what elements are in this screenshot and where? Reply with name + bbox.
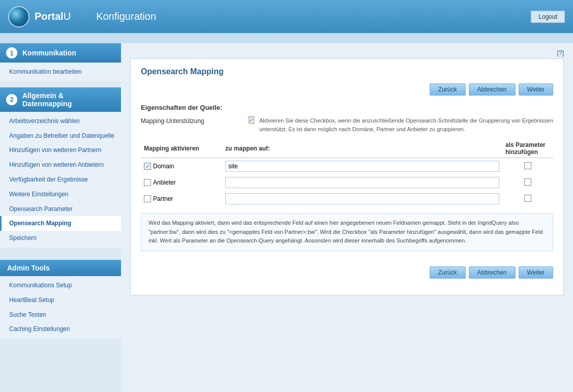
sidebar-section-admin-header: Admin Tools [0,260,121,276]
next-button-top[interactable]: Weiter [519,83,553,96]
mapping-support-label: Mapping-Unterstützung [141,116,243,125]
partner-label[interactable]: Partner [144,195,219,202]
sidebar-item-partner[interactable]: Hinzufügen von weiteren Partnern [0,143,121,158]
sidebar-item-opensearch-mapping[interactable]: Opensearch Mapping [0,216,121,231]
sidebar-section-admin-items: Kommunikations Setup HeartBeat Setup Suc… [0,276,121,339]
header: PortalU Konfiguration Logout [0,0,573,33]
domain-param-checkbox[interactable] [524,162,531,169]
main-content: [?] Opensearch Mapping Zurück Abbrechen … [121,43,573,392]
domain-label-text: Domain [153,163,174,170]
cancel-button-bottom[interactable]: Abbrechen [469,266,516,279]
sidebar-spacer-1 [0,81,121,87]
partner-mapto-input[interactable] [225,193,499,204]
content-title: Opensearch Mapping [141,67,553,76]
logo-area: PortalU Konfiguration [8,6,156,27]
sidebar-item-opensearch-parameter[interactable]: Opensearch Parameter [0,202,121,217]
sub-header-bar [0,33,573,43]
sidebar-section-2-label: Allgemein & Datenmapping [22,92,115,108]
domain-mapto-input[interactable] [225,161,499,172]
sidebar-item-kommunikations-setup[interactable]: Kommunikations Setup [0,278,121,293]
sidebar-item-speichern[interactable]: Speichern [0,231,121,246]
portal-logo-icon [8,6,29,27]
partner-activate-cell: Partner [141,191,222,207]
mapping-support-value: ✓ Aktivieren Sie diese Checkbox, wenn di… [249,116,553,133]
page-title: Konfiguration [96,11,156,22]
sidebar-item-angaben[interactable]: Angaben zu Betreiber und Datenquelle [0,129,121,143]
mapping-support-desc: Aktivieren Sie diese Checkbox, wenn die … [259,116,553,133]
table-row-partner: Partner [141,191,553,207]
mapping-description: Wird das Mapping aktiviert, dann wird da… [141,213,553,251]
partner-label-text: Partner [153,195,173,202]
sidebar-section-2-items: Arbeitsverzeichnis wählen Angaben zu Bet… [0,112,121,248]
content-box: Opensearch Mapping Zurück Abbrechen Weit… [130,58,564,295]
sidebar-item-arbeitsverzeichnis[interactable]: Arbeitsverzeichnis wählen [0,114,121,129]
anbieter-param-checkbox[interactable] [524,178,531,186]
anbieter-mapto-input[interactable] [225,177,499,188]
partner-param-cell [502,191,553,207]
table-row-domain: ✓ Domain [141,158,553,175]
anbieter-activate-cell: Anbieter [141,174,222,191]
sidebar-item-caching-einstellungen[interactable]: Caching Einstellungen [0,322,121,337]
next-button-bottom[interactable]: Weiter [519,266,553,279]
cancel-button-top[interactable]: Abbrechen [469,83,516,96]
partner-mapto-cell [222,191,502,207]
top-button-row: Zurück Abbrechen Weiter [141,83,553,96]
table-row-anbieter: Anbieter [141,174,553,191]
logout-button[interactable]: Logout [531,11,565,23]
sidebar-section-2-header: 2 Allgemein & Datenmapping [0,87,121,112]
anbieter-checkbox[interactable] [144,179,151,186]
col-header-param: als Parameter hinzufügen [502,139,553,158]
partner-param-checkbox[interactable] [524,195,531,202]
properties-section-title: Eigenschaften der Quelle: [141,104,553,111]
sidebar-item-suche-testen[interactable]: Suche Testen [0,308,121,322]
sidebar-item-verfuegbarkeit[interactable]: Verfügbarkeit der Ergebnisse [0,172,121,187]
col-header-mapto: zu mappen auf: [222,139,502,158]
domain-activate-cell: ✓ Domain [141,158,222,175]
anbieter-param-cell [502,174,553,191]
col-header-activate: Mapping aktivieren [141,139,222,158]
domain-param-cell [502,158,553,175]
sidebar-section-1-label: Kommunikation [22,49,76,57]
logo-text-u: U [64,11,71,22]
sidebar-item-weitere-einstellungen[interactable]: Weitere Einstellungen [0,187,121,202]
sidebar-section-1-items: Kommunikation bearbeiten [0,63,121,81]
bottom-button-row: Zurück Abbrechen Weiter [141,266,553,279]
domain-checkbox[interactable]: ✓ [144,163,151,170]
back-button-top[interactable]: Zurück [430,83,466,96]
sidebar-section-1-header: 1 Kommunikation [0,43,121,63]
sidebar-section-1: 1 Kommunikation Kommunikation bearbeiten [0,43,121,81]
main-layout: 1 Kommunikation Kommunikation bearbeiten… [0,43,573,392]
sidebar-section-admin: Admin Tools Kommunikations Setup HeartBe… [0,260,121,339]
mapping-support-row: Mapping-Unterstützung ✓ Aktivieren Sie d… [141,116,553,133]
sidebar-spacer-2 [0,248,121,260]
sidebar-item-anbieter[interactable]: Hinzufügen von weiteren Anbietern [0,158,121,172]
logo-text: PortalU [35,11,71,22]
anbieter-label[interactable]: Anbieter [144,179,219,186]
domain-label[interactable]: ✓ Domain [144,163,219,170]
mapping-support-checkbox[interactable]: ✓ [249,116,254,124]
anbieter-label-text: Anbieter [153,179,176,186]
partner-checkbox[interactable] [144,195,151,202]
sidebar-section-admin-label: Admin Tools [7,264,50,272]
sidebar: 1 Kommunikation Kommunikation bearbeiten… [0,43,121,392]
mapping-table: Mapping aktivieren zu mappen auf: als Pa… [141,139,553,207]
sidebar-item-kommunikation-bearbeiten[interactable]: Kommunikation bearbeiten [0,65,121,79]
domain-mapto-cell [222,158,502,175]
help-link[interactable]: [?] [130,49,564,56]
sidebar-section-1-number: 1 [6,47,17,58]
sidebar-section-2: 2 Allgemein & Datenmapping Arbeitsverzei… [0,87,121,248]
sidebar-item-heartbeat-setup[interactable]: HeartBeat Setup [0,293,121,308]
sidebar-section-2-number: 2 [6,94,17,105]
back-button-bottom[interactable]: Zurück [430,266,466,279]
anbieter-mapto-cell [222,174,502,191]
